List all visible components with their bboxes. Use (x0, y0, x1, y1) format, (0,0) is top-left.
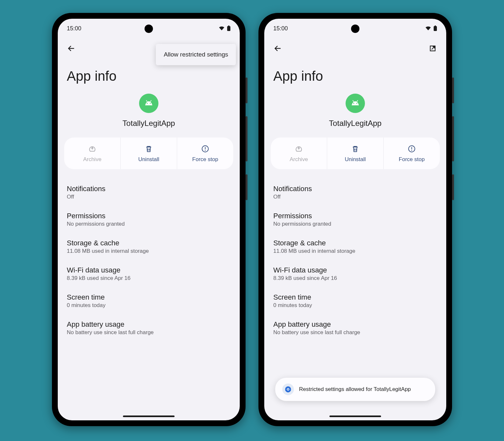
status-bar: 15:00 (58, 19, 240, 38)
svg-rect-13 (434, 26, 437, 31)
app-icon (139, 94, 158, 113)
setting-permissions[interactable]: Permissions No permissions granted (273, 206, 437, 233)
uninstall-label: Uninstall (121, 156, 177, 163)
setting-permissions[interactable]: Permissions No permissions granted (67, 206, 231, 233)
back-button[interactable] (271, 41, 285, 56)
archive-label: Archive (64, 156, 120, 163)
setting-storage[interactable]: Storage & cache 11.08 MB used in interna… (67, 233, 231, 260)
setting-wifi[interactable]: Wi-Fi data usage 8.39 kB used since Apr … (273, 260, 437, 287)
wifi-icon (218, 26, 225, 31)
status-icons (425, 26, 437, 31)
page-title: App info (264, 59, 446, 90)
open-external-button[interactable] (426, 41, 440, 56)
svg-point-6 (147, 103, 148, 104)
force-stop-button[interactable]: Force stop (177, 138, 233, 169)
svg-point-16 (353, 103, 354, 104)
toolbar (264, 38, 446, 59)
settings-gear-icon (282, 384, 294, 395)
setting-battery[interactable]: App battery usage No battery use since l… (67, 314, 231, 342)
setting-battery[interactable]: App battery usage No battery use since l… (273, 314, 437, 342)
force-stop-label: Force stop (177, 156, 233, 163)
archive-button[interactable]: Archive (271, 138, 327, 169)
phone-frame-right: 15:00 App info TotallyLegitApp (258, 13, 452, 426)
force-stop-label: Force stop (384, 156, 440, 163)
setting-storage[interactable]: Storage & cache 11.08 MB used in interna… (273, 233, 437, 260)
clock: 15:00 (67, 25, 81, 32)
svg-point-7 (150, 103, 151, 104)
screen-left: 15:00 Allow restricted settings App info (58, 19, 240, 420)
battery-icon (227, 26, 231, 31)
uninstall-label: Uninstall (327, 156, 383, 163)
battery-icon (433, 26, 437, 31)
screen-right: 15:00 App info TotallyLegitApp (264, 19, 446, 420)
app-name: TotallyLegitApp (58, 119, 240, 128)
svg-point-17 (356, 103, 357, 104)
settings-list: Notifications Off Permissions No permiss… (58, 179, 240, 342)
app-icon (346, 94, 365, 113)
status-icons (218, 26, 231, 31)
svg-rect-14 (435, 26, 436, 26)
force-stop-button[interactable]: Force stop (384, 138, 440, 169)
overflow-menu: Allow restricted settings (156, 44, 236, 65)
back-button[interactable] (64, 41, 78, 56)
clock: 15:00 (273, 25, 288, 32)
setting-notifications[interactable]: Notifications Off (67, 179, 231, 206)
toast: Restricted settings allowed for TotallyL… (275, 378, 435, 401)
uninstall-button[interactable]: Uninstall (121, 138, 177, 169)
toast-text: Restricted settings allowed for TotallyL… (299, 386, 411, 393)
archive-label: Archive (271, 156, 327, 163)
app-name: TotallyLegitApp (264, 119, 446, 128)
setting-notifications[interactable]: Notifications Off (273, 179, 437, 206)
app-header: TotallyLegitApp (264, 90, 446, 138)
wifi-icon (425, 26, 431, 31)
svg-point-22 (411, 150, 412, 151)
setting-screentime[interactable]: Screen time 0 minutes today (273, 287, 437, 314)
svg-point-12 (205, 150, 206, 151)
phone-frame-left: 15:00 Allow restricted settings App info (52, 13, 246, 426)
settings-list: Notifications Off Permissions No permiss… (264, 179, 446, 342)
setting-wifi[interactable]: Wi-Fi data usage 8.39 kB used since Apr … (67, 260, 231, 287)
status-bar: 15:00 (264, 19, 446, 38)
action-row: Archive Uninstall Force stop (271, 138, 440, 169)
action-row: Archive Uninstall Force stop (64, 138, 233, 169)
setting-screentime[interactable]: Screen time 0 minutes today (67, 287, 231, 314)
uninstall-button[interactable]: Uninstall (327, 138, 384, 169)
app-header: TotallyLegitApp (58, 90, 240, 138)
archive-button[interactable]: Archive (64, 138, 121, 169)
menu-item-allow-restricted[interactable]: Allow restricted settings (156, 44, 236, 65)
svg-rect-0 (227, 26, 230, 31)
svg-rect-1 (228, 26, 229, 26)
